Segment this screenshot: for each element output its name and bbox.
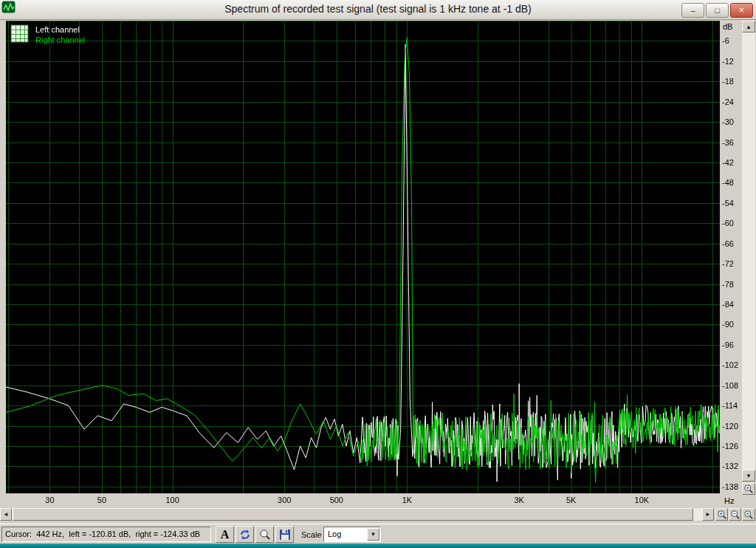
save-button[interactable] <box>275 526 294 543</box>
down-arrow-icon: ▼ <box>746 473 752 479</box>
x-tick-label: 500 <box>330 496 343 504</box>
scale-select[interactable]: Log ▼ <box>323 527 381 542</box>
y-tick-label: -96 <box>722 340 734 349</box>
y-tick-label: -48 <box>722 178 734 187</box>
window-controls: – □ × <box>681 3 753 18</box>
magnifier-plus-icon <box>717 510 727 520</box>
close-button[interactable]: × <box>730 3 753 18</box>
zoom-out-button[interactable] <box>729 508 741 521</box>
y-tick-label: -108 <box>722 381 738 390</box>
y-tick-label: -84 <box>722 300 734 309</box>
x-axis-unit-label: Hz <box>724 496 734 505</box>
y-tick-label: -126 <box>722 442 738 451</box>
x-tick-label: 3K <box>514 496 523 504</box>
x-tick-label: 300 <box>278 496 291 504</box>
y-tick-label: -114 <box>722 401 738 410</box>
y-axis-unit-label: dB <box>723 22 732 31</box>
v-scroll-track[interactable] <box>742 21 755 482</box>
grid-icon <box>10 24 29 43</box>
zoom-tool-button[interactable] <box>255 526 274 543</box>
x-tick-label: 30 <box>45 496 54 504</box>
magnifier-plus-icon <box>743 484 754 494</box>
dropdown-arrow-icon: ▼ <box>371 531 377 538</box>
save-icon <box>279 529 291 541</box>
close-icon: × <box>739 6 744 15</box>
taskbar-strip <box>0 544 756 548</box>
right-arrow-icon: ► <box>705 511 711 518</box>
x-tick-label: 1K <box>402 496 412 504</box>
font-icon: A <box>221 528 230 541</box>
scroll-down-button[interactable]: ▼ <box>742 470 755 482</box>
refresh-button[interactable] <box>236 526 254 543</box>
magnifier-icon <box>259 529 271 541</box>
cursor-readout: Cursor: 442 Hz, left = -120.81 dB, right… <box>1 527 211 542</box>
x-tick-label: 10K <box>635 496 650 504</box>
window-title: Spectrum of recorded test signal (test s… <box>0 3 756 15</box>
maximize-button[interactable]: □ <box>706 3 729 18</box>
font-button[interactable]: A <box>216 526 234 543</box>
y-tick-label: -54 <box>722 199 734 208</box>
y-tick-label: -42 <box>722 158 734 167</box>
spectrum-plot[interactable] <box>6 21 720 493</box>
magnifier-minus-icon <box>730 510 740 520</box>
zoom-in-button[interactable] <box>715 508 728 521</box>
grid-toggle-button[interactable] <box>10 24 29 43</box>
app-window: Spectrum of recorded test signal (test s… <box>0 0 756 548</box>
x-tick-label: 50 <box>97 496 106 504</box>
scale-label: Scale <box>301 530 322 539</box>
up-arrow-icon: ▲ <box>746 24 752 30</box>
titlebar: Spectrum of recorded test signal (test s… <box>0 0 756 20</box>
y-tick-label: -60 <box>722 219 734 227</box>
magnifier-plus-icon <box>743 510 754 520</box>
y-tick-label: -36 <box>722 138 734 147</box>
scale-dropdown-button[interactable]: ▼ <box>367 528 379 541</box>
corner-zoom-button[interactable] <box>742 508 755 521</box>
y-tick-label: -72 <box>722 259 734 268</box>
statusbar: Cursor: 442 Hz, left = -120.81 dB, right… <box>0 524 756 544</box>
scroll-right-button[interactable]: ► <box>702 508 714 521</box>
y-tick-label: -78 <box>722 280 734 289</box>
y-tick-label: -18 <box>722 77 734 86</box>
h-scroll-thumb[interactable] <box>13 508 693 521</box>
y-tick-label: -66 <box>722 239 734 248</box>
y-tick-label: -90 <box>722 320 734 329</box>
scroll-left-button[interactable]: ◄ <box>0 508 12 521</box>
left-arrow-icon: ◄ <box>3 511 9 518</box>
y-tick-label: -102 <box>722 360 738 369</box>
y-tick-label: -30 <box>722 117 734 126</box>
zoom-in-vertical-button[interactable] <box>742 483 755 495</box>
y-tick-label: -132 <box>722 462 738 470</box>
refresh-icon <box>239 529 251 541</box>
x-tick-label: 5K <box>566 496 576 504</box>
y-tick-label: -12 <box>722 57 734 66</box>
y-tick-label: -6 <box>722 36 729 45</box>
scroll-up-button[interactable]: ▲ <box>742 21 755 32</box>
minimize-icon: – <box>690 7 695 15</box>
minimize-button[interactable]: – <box>681 3 704 18</box>
x-tick-label: 100 <box>165 496 179 504</box>
y-tick-label: -138 <box>722 482 738 491</box>
y-tick-label: -120 <box>722 422 738 431</box>
y-tick-label: -24 <box>722 97 734 106</box>
maximize-icon: □ <box>715 7 720 15</box>
